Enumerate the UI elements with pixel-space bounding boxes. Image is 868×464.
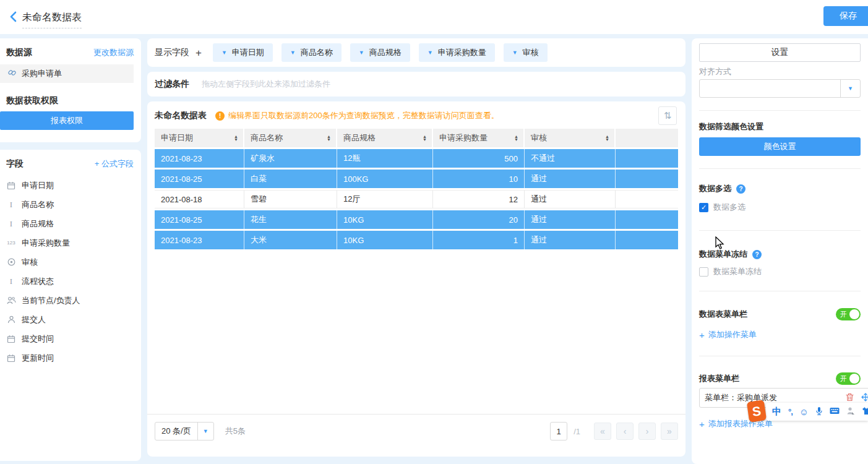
next-page-button[interactable]: › bbox=[638, 423, 656, 440]
field-list-item[interactable]: 当前节点/负责人 bbox=[6, 291, 136, 310]
column-header[interactable]: 申请采购数量▲▼ bbox=[433, 129, 525, 147]
fields-panel: 字段 + 公式字段 申请日期I商品名称I商品规格123申请采购数量审核I流程状态… bbox=[0, 150, 141, 461]
help-icon[interactable]: ? bbox=[752, 250, 762, 259]
sort-arrows-icon[interactable]: ▲▼ bbox=[234, 135, 238, 141]
current-page-input[interactable]: 1 bbox=[550, 422, 567, 440]
sort-arrows-icon[interactable]: ▲▼ bbox=[327, 135, 331, 141]
handwriting-icon[interactable] bbox=[846, 406, 855, 417]
field-label: 提交人 bbox=[22, 314, 46, 325]
sogou-logo-icon[interactable]: S bbox=[747, 400, 767, 423]
display-field-chip[interactable]: ▼申请日期 bbox=[213, 43, 273, 62]
field-list-item[interactable]: 更新时间 bbox=[6, 348, 136, 367]
skin-icon[interactable] bbox=[862, 406, 868, 417]
table-cell: 2021-08-23 bbox=[155, 231, 244, 249]
display-field-chip[interactable]: ▼商品规格 bbox=[350, 43, 410, 62]
ime-punctuation-icon[interactable]: °, bbox=[788, 407, 793, 416]
page-title[interactable]: 未命名数据表 bbox=[22, 11, 82, 28]
column-header-label: 商品规格 bbox=[343, 132, 376, 144]
table-header-row: 申请日期▲▼商品名称▲▼商品规格▲▼申请采购数量▲▼审核▲▼ bbox=[155, 129, 678, 147]
text-icon: I bbox=[6, 277, 16, 286]
field-list-item[interactable]: 审核 bbox=[6, 252, 136, 272]
data-table: 申请日期▲▼商品名称▲▼商品规格▲▼申请采购数量▲▼审核▲▼ 2021-08-2… bbox=[155, 129, 678, 249]
table-row[interactable]: 2021-08-23矿泉水12瓶500不通过 bbox=[155, 149, 678, 168]
field-label: 流程状态 bbox=[22, 276, 54, 287]
column-header-label: 申请采购数量 bbox=[439, 132, 488, 144]
table-row[interactable]: 2021-08-25花生10KG20通过 bbox=[155, 210, 678, 229]
last-page-button[interactable]: » bbox=[661, 423, 678, 440]
field-list-item[interactable]: I流程状态 bbox=[6, 272, 136, 291]
field-list-item[interactable]: 123申请采购数量 bbox=[6, 233, 136, 252]
sort-arrows-icon[interactable]: ▲▼ bbox=[605, 135, 609, 141]
keyboard-icon[interactable] bbox=[830, 407, 840, 416]
field-label: 审核 bbox=[22, 257, 38, 268]
formula-field-link[interactable]: + 公式字段 bbox=[95, 158, 134, 170]
column-header-label: 商品名称 bbox=[251, 132, 283, 144]
back-icon[interactable] bbox=[6, 9, 21, 24]
table-cell: 100KG bbox=[337, 170, 433, 188]
chip-label: 申请日期 bbox=[232, 47, 264, 58]
field-label: 提交时间 bbox=[22, 333, 54, 345]
multi-select-option: ✓ 数据多选 bbox=[699, 202, 861, 213]
menu-freeze-checkbox[interactable] bbox=[699, 267, 708, 277]
settings-tab[interactable]: 设置 bbox=[699, 43, 861, 62]
datasource-item[interactable]: 采购申请单 bbox=[0, 64, 134, 83]
field-list-item[interactable]: I商品规格 bbox=[6, 214, 136, 233]
radio-icon bbox=[6, 258, 16, 266]
sort-arrows-icon[interactable]: ▲▼ bbox=[423, 135, 427, 141]
table-cell-empty bbox=[616, 170, 678, 188]
field-list-item[interactable]: I商品名称 bbox=[6, 195, 136, 214]
filter-dropzone[interactable]: 拖动左侧字段到此处来添加过滤条件 bbox=[202, 79, 330, 90]
prev-page-button[interactable]: ‹ bbox=[616, 423, 634, 440]
table-row[interactable]: 2021-08-25白菜100KG10通过 bbox=[155, 170, 678, 188]
text-icon: I bbox=[6, 219, 16, 229]
page-size-select[interactable]: 20 条/页 ▼ bbox=[155, 422, 214, 440]
microphone-icon[interactable] bbox=[815, 406, 823, 418]
toggle-knob bbox=[849, 374, 859, 384]
sort-arrows-icon[interactable]: ▲▼ bbox=[514, 135, 518, 141]
help-icon[interactable]: ? bbox=[736, 184, 746, 194]
first-page-button[interactable]: « bbox=[594, 423, 611, 440]
add-display-field-button[interactable]: + bbox=[196, 48, 202, 58]
column-header[interactable]: 商品名称▲▼ bbox=[244, 129, 337, 147]
change-datasource-link[interactable]: 更改数据源 bbox=[93, 47, 134, 58]
chevron-down-icon: ▼ bbox=[512, 49, 518, 56]
align-select[interactable]: ▼ bbox=[699, 79, 861, 98]
display-field-chip[interactable]: ▼商品名称 bbox=[281, 43, 342, 62]
column-header[interactable]: 审核▲▼ bbox=[525, 129, 616, 147]
table-title: 未命名数据表 bbox=[155, 110, 207, 121]
report-menu-toggle[interactable]: 开 bbox=[836, 372, 861, 385]
field-label: 申请日期 bbox=[22, 180, 54, 191]
menu-freeze-option: 数据菜单冻结 bbox=[699, 266, 861, 277]
move-icon[interactable] bbox=[861, 393, 868, 403]
field-list-item[interactable]: 申请日期 bbox=[6, 176, 136, 195]
link-icon bbox=[7, 68, 17, 79]
table-body: 2021-08-23矿泉水12瓶500不通过2021-08-25白菜100KG1… bbox=[155, 149, 678, 249]
table-cell: 通过 bbox=[525, 191, 616, 208]
field-list-item[interactable]: 提交时间 bbox=[6, 329, 136, 348]
field-list-item[interactable]: 提交人 bbox=[6, 310, 136, 329]
multi-select-checkbox[interactable]: ✓ bbox=[699, 203, 708, 212]
datasource-item-label: 采购申请单 bbox=[22, 68, 62, 79]
column-header[interactable]: 申请日期▲▼ bbox=[155, 129, 244, 147]
chip-label: 商品规格 bbox=[369, 47, 402, 58]
table-menu-toggle[interactable]: 开 bbox=[836, 308, 861, 320]
display-field-chip[interactable]: ▼申请采购数量 bbox=[419, 43, 495, 62]
calendar-icon bbox=[6, 354, 16, 363]
display-field-chip[interactable]: ▼审核 bbox=[504, 43, 548, 62]
column-header[interactable]: 商品规格▲▼ bbox=[337, 129, 433, 147]
table-cell: 500 bbox=[433, 149, 525, 168]
trash-icon[interactable] bbox=[846, 393, 854, 403]
row-order-icon[interactable]: ⇅ bbox=[658, 106, 677, 125]
chevron-down-icon: ▼ bbox=[359, 49, 364, 56]
chevron-down-icon: ▼ bbox=[428, 49, 433, 56]
fields-title: 字段 bbox=[6, 158, 24, 170]
table-row[interactable]: 2021-08-18雪碧12厅12通过 bbox=[155, 190, 678, 208]
emoji-icon[interactable]: ☺ bbox=[799, 406, 809, 417]
table-cell: 通过 bbox=[525, 231, 616, 249]
table-row[interactable]: 2021-08-23大米10KG1通过 bbox=[155, 231, 678, 249]
report-permission-button[interactable]: 报表权限 bbox=[0, 111, 134, 130]
color-settings-button[interactable]: 颜色设置 bbox=[699, 137, 861, 156]
add-action-menu-link[interactable]: + 添加操作菜单 bbox=[699, 329, 861, 340]
save-button[interactable]: 保存 bbox=[823, 6, 868, 26]
ime-language-mode[interactable]: 中 bbox=[772, 406, 781, 418]
